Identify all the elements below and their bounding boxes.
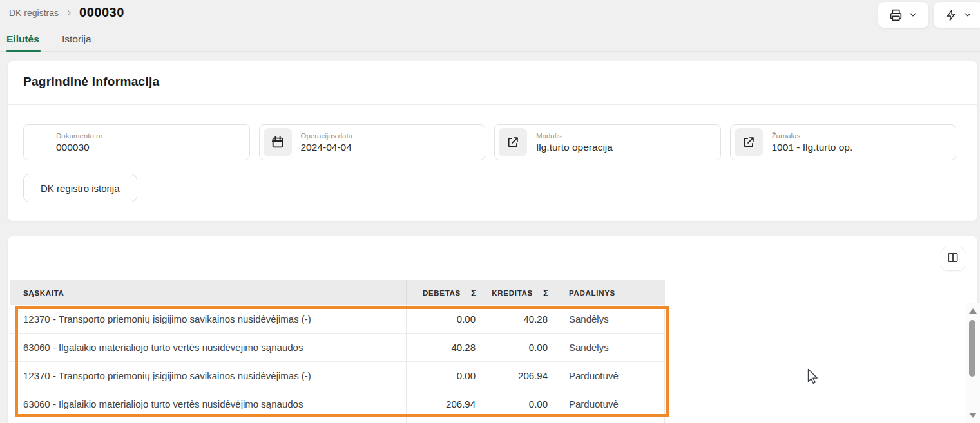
field-label: Dokumento nr. (56, 132, 104, 140)
table-row[interactable]: 63060 - Ilgalaikio materialiojo turto ve… (10, 334, 665, 362)
print-button[interactable] (878, 1, 929, 28)
scroll-up-arrow[interactable] (969, 308, 977, 314)
tab-istorija[interactable]: Istorija (62, 33, 91, 45)
info-card-title: Pagrindinė informacija (23, 75, 159, 89)
field-label: Žurnalas (772, 132, 853, 140)
journal-field[interactable]: Žurnalas 1001 - Ilg.turto op. (730, 124, 957, 160)
chevron-down-icon (963, 10, 972, 19)
lines-table: SĄSKAITA DEBETAS Σ KREDITAS Σ PADALINYS … (10, 280, 665, 423)
column-header-label: DEBETAS (423, 289, 461, 297)
cell-kreditas: 0.00 (485, 334, 557, 361)
field-value: 2024-04-04 (301, 142, 353, 153)
calendar-icon (264, 128, 292, 156)
column-header-label: KREDITAS (492, 289, 533, 297)
external-link-icon (735, 128, 763, 156)
cell-debetas: 0.00 (406, 362, 485, 390)
field-label: Operacijos data (301, 132, 353, 140)
tab-eilutes[interactable]: Eilutės (6, 33, 39, 45)
cell-kreditas: 40.28 (485, 305, 557, 333)
column-header-saskaita[interactable]: SĄSKAITA (10, 280, 406, 305)
cell-debetas: 206.94 (406, 390, 485, 418)
card-divider (8, 104, 977, 105)
column-header-label: PADALINYS (569, 289, 615, 297)
sum-icon[interactable]: Σ (543, 288, 549, 298)
fields-row: Dokumento nr. 000030 Operacijos data 202… (23, 124, 956, 160)
table-body: 12370 - Transporto priemonių įsigijimo s… (10, 305, 665, 418)
column-settings-button[interactable] (941, 247, 965, 271)
tab-bar-divider (0, 51, 980, 52)
columns-icon (946, 251, 959, 267)
table-row[interactable]: 63060 - Ilgalaikio materialiojo turto ve… (10, 390, 665, 418)
chevron-down-icon (908, 10, 918, 19)
operation-date-field[interactable]: Operacijos data 2024-04-04 (259, 124, 486, 160)
cell-padalinys: Parduotuvė (557, 390, 665, 418)
cell-kreditas: 206.94 (485, 362, 557, 390)
cell-empty (485, 418, 557, 423)
cell-saskaita: 63060 - Ilgalaikio materialiojo turto ve… (10, 390, 406, 418)
cell-saskaita: 12370 - Transporto priemonių įsigijimo s… (10, 305, 406, 333)
cell-padalinys: Sandėlys (557, 305, 665, 333)
dk-register-history-button[interactable]: DK registro istorija (23, 174, 137, 202)
field-value: 000030 (56, 142, 104, 153)
sum-icon[interactable]: Σ (471, 288, 477, 298)
scroll-down-arrow[interactable] (969, 413, 977, 418)
lines-card: SĄSKAITA DEBETAS Σ KREDITAS Σ PADALINYS … (8, 236, 977, 423)
info-card: Pagrindinė informacija Dokumento nr. 000… (8, 61, 977, 221)
cell-saskaita: 12370 - Transporto priemonių įsigijimo s… (10, 362, 406, 390)
cell-saskaita: 63060 - Ilgalaikio materialiojo turto ve… (10, 334, 406, 361)
cell-padalinys: Parduotuvė (557, 362, 665, 390)
table-row-partial (10, 418, 665, 423)
breadcrumb: DK registras 000030 (9, 5, 124, 20)
active-tab-underline (6, 50, 41, 52)
cell-empty (406, 418, 485, 423)
page-title: 000030 (79, 5, 124, 20)
external-link-icon (499, 128, 527, 156)
table-header-row: SĄSKAITA DEBETAS Σ KREDITAS Σ PADALINYS (10, 280, 665, 305)
printer-icon (889, 8, 903, 22)
module-field[interactable]: Modulis Ilg.turto operacija (494, 124, 721, 160)
cell-kreditas: 0.00 (485, 390, 557, 418)
column-header-debetas[interactable]: DEBETAS Σ (406, 280, 485, 305)
tab-bar: Eilutės Istorija (0, 33, 980, 52)
actions-button[interactable] (933, 1, 980, 28)
column-header-kreditas[interactable]: KREDITAS Σ (485, 280, 557, 305)
table-row[interactable]: 12370 - Transporto priemonių įsigijimo s… (10, 305, 665, 334)
cell-debetas: 0.00 (406, 305, 485, 333)
field-value: Ilg.turto operacija (536, 142, 613, 153)
vertical-scrollbar[interactable] (965, 303, 980, 423)
scrollbar-thumb[interactable] (969, 320, 975, 377)
document-number-field[interactable]: Dokumento nr. 000030 (23, 124, 250, 160)
column-header-padalinys[interactable]: PADALINYS (557, 280, 665, 305)
column-header-label: SĄSKAITA (23, 289, 64, 297)
cell-padalinys: Sandėlys (557, 334, 665, 361)
cell-empty (557, 418, 665, 423)
cell-debetas: 40.28 (406, 334, 485, 361)
cell-empty (10, 418, 406, 423)
breadcrumb-parent-link[interactable]: DK registras (9, 8, 59, 18)
field-value: 1001 - Ilg.turto op. (772, 142, 853, 153)
page: DK registras 000030 Eilutės Istorija Pag… (0, 0, 980, 423)
zap-icon (945, 9, 957, 21)
field-label: Modulis (536, 132, 613, 140)
table-row[interactable]: 12370 - Transporto priemonių įsigijimo s… (10, 362, 665, 390)
chevron-right-icon (65, 9, 73, 17)
